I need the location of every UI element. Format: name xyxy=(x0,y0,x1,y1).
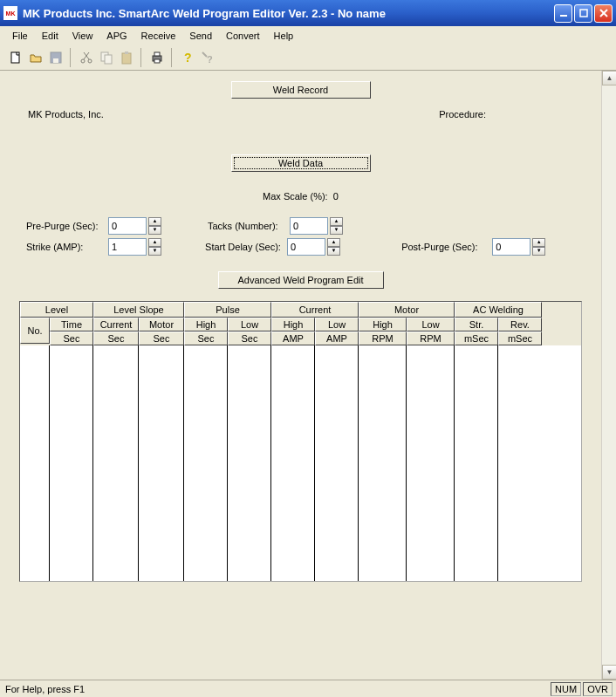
company-label: MK Products, Inc. xyxy=(28,109,104,120)
table-col-unit: AMP xyxy=(271,331,315,345)
spin-down-icon[interactable]: ▼ xyxy=(148,226,161,235)
table-col-unit: Sec xyxy=(93,331,139,345)
start-delay-stepper[interactable]: ▲▼ xyxy=(287,238,340,256)
menu-help[interactable]: Help xyxy=(267,28,301,44)
open-folder-icon[interactable] xyxy=(25,48,45,67)
strike-stepper[interactable]: ▲▼ xyxy=(108,238,161,256)
new-file-icon[interactable] xyxy=(5,48,25,67)
weld-table: LevelLevel SlopePulseCurrentMotorAC Weld… xyxy=(19,301,582,582)
table-col-unit: Sec xyxy=(139,331,184,345)
pre-purge-stepper[interactable]: ▲▼ xyxy=(108,217,161,235)
table-col-unit: Sec xyxy=(228,331,271,345)
table-col-unit: mSec xyxy=(498,331,542,345)
table-column[interactable] xyxy=(139,345,184,581)
post-purge-label: Post-Purge (Sec): xyxy=(401,242,489,252)
table-column[interactable] xyxy=(228,345,271,581)
svg-rect-6 xyxy=(53,58,58,63)
table-column[interactable] xyxy=(271,345,315,581)
maximize-button[interactable] xyxy=(574,4,592,23)
table-col-header: High xyxy=(184,318,228,331)
table-col-header: High xyxy=(359,318,407,331)
table-col-header: Rev. xyxy=(498,318,542,331)
table-group-header: Level Slope xyxy=(93,302,184,318)
table-data-area[interactable] xyxy=(20,345,581,581)
minimize-button[interactable] xyxy=(554,4,572,23)
svg-text:?: ? xyxy=(184,51,192,65)
table-column[interactable] xyxy=(20,345,50,581)
table-col-unit: RPM xyxy=(359,331,407,345)
table-col-unit: Sec xyxy=(50,331,93,345)
table-column[interactable] xyxy=(359,345,407,581)
advanced-edit-button[interactable]: Advanced Weld Program Edit xyxy=(218,271,384,289)
table-col-header: High xyxy=(271,318,315,331)
strike-input[interactable] xyxy=(108,238,147,256)
status-message: For Help, press F1 xyxy=(3,684,549,694)
scroll-down-icon[interactable]: ▼ xyxy=(602,665,616,680)
status-num: NUM xyxy=(551,682,581,696)
app-icon: MK xyxy=(3,6,17,20)
context-help-icon: ? xyxy=(197,48,217,67)
spin-down-icon[interactable]: ▼ xyxy=(532,247,545,256)
table-col-header: Time xyxy=(50,318,93,331)
table-column[interactable] xyxy=(315,345,359,581)
table-column[interactable] xyxy=(407,345,455,581)
post-purge-stepper[interactable]: ▲▼ xyxy=(492,238,545,256)
menu-file[interactable]: File xyxy=(5,28,35,44)
help-icon[interactable]: ? xyxy=(177,48,197,67)
pre-purge-label: Pre-Purge (Sec): xyxy=(26,221,105,231)
titlebar: MK MK Products Inc. SmartArc Weld Progra… xyxy=(0,0,616,26)
table-column[interactable] xyxy=(93,345,139,581)
table-column[interactable] xyxy=(455,345,498,581)
client-area: ▲ ▼ Weld Record MK Products, Inc. Proced… xyxy=(0,71,616,680)
close-button[interactable] xyxy=(594,4,613,23)
pre-purge-input[interactable] xyxy=(108,217,147,235)
paste-icon xyxy=(116,48,136,67)
table-col-unit: RPM xyxy=(407,331,455,345)
spin-down-icon[interactable]: ▼ xyxy=(330,226,343,235)
menubar: File Edit View APG Receive Send Convert … xyxy=(0,26,616,45)
table-col-unit: AMP xyxy=(315,331,359,345)
table-column[interactable] xyxy=(50,345,93,581)
spin-up-icon[interactable]: ▲ xyxy=(532,238,545,247)
svg-text:?: ? xyxy=(207,54,213,65)
window-title: MK Products Inc. SmartArc Weld Program E… xyxy=(23,7,554,20)
start-delay-input[interactable] xyxy=(287,238,325,256)
menu-apg[interactable]: APG xyxy=(99,28,133,44)
spin-down-icon[interactable]: ▼ xyxy=(148,247,161,256)
weld-record-button[interactable]: Weld Record xyxy=(231,81,371,99)
weld-data-button[interactable]: Weld Data xyxy=(231,154,371,172)
menu-send[interactable]: Send xyxy=(182,28,219,44)
table-col-header: No. xyxy=(20,318,50,344)
spin-up-icon[interactable]: ▲ xyxy=(148,238,161,247)
svg-rect-0 xyxy=(560,15,567,17)
print-icon[interactable] xyxy=(147,48,167,67)
table-column[interactable] xyxy=(184,345,228,581)
table-col-header: Current xyxy=(93,318,139,331)
spin-down-icon[interactable]: ▼ xyxy=(327,247,340,256)
table-group-header: Level xyxy=(20,302,93,318)
spin-up-icon[interactable]: ▲ xyxy=(330,217,343,226)
max-scale-row: Max Scale (%): 0 xyxy=(19,191,582,202)
tacks-stepper[interactable]: ▲▼ xyxy=(290,217,343,235)
table-col-header: Motor xyxy=(139,318,184,331)
status-ovr: OVR xyxy=(583,682,613,696)
scroll-up-icon[interactable]: ▲ xyxy=(602,71,616,85)
procedure-label: Procedure: xyxy=(439,109,486,120)
max-scale-label: Max Scale (%): xyxy=(263,191,328,202)
table-column[interactable] xyxy=(498,345,542,581)
svg-rect-1 xyxy=(580,10,587,17)
save-icon xyxy=(45,48,65,67)
svg-rect-4 xyxy=(11,52,19,63)
spin-up-icon[interactable]: ▲ xyxy=(327,238,340,247)
spin-up-icon[interactable]: ▲ xyxy=(148,217,161,226)
menu-convert[interactable]: Convert xyxy=(219,28,267,44)
table-col-unit: Sec xyxy=(184,331,228,345)
tacks-input[interactable] xyxy=(290,217,328,235)
table-group-header: Motor xyxy=(359,302,455,318)
svg-rect-17 xyxy=(154,59,160,63)
vertical-scrollbar[interactable]: ▲ ▼ xyxy=(601,71,616,680)
menu-view[interactable]: View xyxy=(65,28,100,44)
menu-edit[interactable]: Edit xyxy=(35,28,65,44)
menu-receive[interactable]: Receive xyxy=(134,28,183,44)
post-purge-input[interactable] xyxy=(492,238,530,256)
